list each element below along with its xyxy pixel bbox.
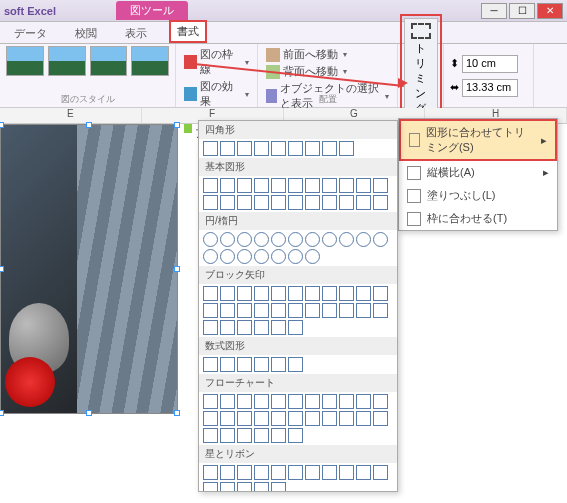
shape-option[interactable] xyxy=(203,465,218,480)
shape-option[interactable] xyxy=(305,178,320,193)
shape-option[interactable] xyxy=(339,178,354,193)
shape-option[interactable] xyxy=(288,178,303,193)
shape-option[interactable] xyxy=(220,428,235,443)
shape-option[interactable] xyxy=(220,303,235,318)
shape-option[interactable] xyxy=(237,394,252,409)
shape-option[interactable] xyxy=(237,249,252,264)
shape-option[interactable] xyxy=(254,465,269,480)
shape-option[interactable] xyxy=(339,232,354,247)
shape-option[interactable] xyxy=(220,320,235,335)
shape-option[interactable] xyxy=(373,303,388,318)
shape-option[interactable] xyxy=(254,232,269,247)
shape-option[interactable] xyxy=(356,286,371,301)
shape-option[interactable] xyxy=(373,232,388,247)
shape-option[interactable] xyxy=(203,411,218,426)
shape-option[interactable] xyxy=(339,465,354,480)
shape-option[interactable] xyxy=(339,411,354,426)
shape-option[interactable] xyxy=(237,320,252,335)
shape-option[interactable] xyxy=(339,394,354,409)
shape-option[interactable] xyxy=(220,141,235,156)
shape-option[interactable] xyxy=(322,394,337,409)
shape-option[interactable] xyxy=(356,232,371,247)
width-input[interactable]: 13.33 cm xyxy=(462,79,518,97)
shape-option[interactable] xyxy=(288,320,303,335)
shape-option[interactable] xyxy=(220,482,235,492)
shape-option[interactable] xyxy=(254,178,269,193)
shape-option[interactable] xyxy=(356,465,371,480)
shape-option[interactable] xyxy=(203,286,218,301)
shape-option[interactable] xyxy=(254,286,269,301)
shape-option[interactable] xyxy=(305,465,320,480)
shape-option[interactable] xyxy=(254,394,269,409)
shape-option[interactable] xyxy=(322,141,337,156)
shape-option[interactable] xyxy=(271,303,286,318)
shape-option[interactable] xyxy=(237,141,252,156)
shape-option[interactable] xyxy=(237,286,252,301)
shape-option[interactable] xyxy=(237,357,252,372)
shape-option[interactable] xyxy=(271,232,286,247)
shape-option[interactable] xyxy=(288,303,303,318)
shape-option[interactable] xyxy=(305,195,320,210)
minimize-button[interactable]: ─ xyxy=(481,3,507,19)
shape-option[interactable] xyxy=(237,411,252,426)
shape-option[interactable] xyxy=(322,411,337,426)
shape-option[interactable] xyxy=(356,195,371,210)
tab-format[interactable]: 書式 xyxy=(169,20,207,43)
shape-option[interactable] xyxy=(288,286,303,301)
shape-option[interactable] xyxy=(271,141,286,156)
maximize-button[interactable]: ☐ xyxy=(509,3,535,19)
shape-option[interactable] xyxy=(373,195,388,210)
shape-option[interactable] xyxy=(305,286,320,301)
shape-option[interactable] xyxy=(373,286,388,301)
tab-view[interactable]: 表示 xyxy=(119,24,153,43)
picture-effects-button[interactable]: 図の効果▾ xyxy=(182,78,251,110)
shape-option[interactable] xyxy=(322,195,337,210)
shape-option[interactable] xyxy=(271,411,286,426)
shape-option[interactable] xyxy=(339,303,354,318)
shape-option[interactable] xyxy=(254,357,269,372)
shape-option[interactable] xyxy=(322,232,337,247)
tab-review[interactable]: 校閲 xyxy=(69,24,103,43)
shape-option[interactable] xyxy=(356,303,371,318)
shape-option[interactable] xyxy=(203,178,218,193)
shape-option[interactable] xyxy=(339,195,354,210)
shape-option[interactable] xyxy=(271,320,286,335)
shape-option[interactable] xyxy=(254,428,269,443)
menu-fill[interactable]: 塗りつぶし(L) xyxy=(399,184,557,207)
close-button[interactable]: ✕ xyxy=(537,3,563,19)
shape-option[interactable] xyxy=(254,482,269,492)
menu-aspect-ratio[interactable]: 縦横比(A)▸ xyxy=(399,161,557,184)
shape-option[interactable] xyxy=(305,303,320,318)
shape-option[interactable] xyxy=(373,411,388,426)
shape-option[interactable] xyxy=(271,195,286,210)
shape-option[interactable] xyxy=(237,482,252,492)
shape-option[interactable] xyxy=(288,411,303,426)
shape-option[interactable] xyxy=(271,482,286,492)
shape-option[interactable] xyxy=(271,286,286,301)
style-thumb[interactable] xyxy=(90,46,128,76)
shape-option[interactable] xyxy=(203,482,218,492)
shape-option[interactable] xyxy=(203,357,218,372)
menu-fit[interactable]: 枠に合わせる(T) xyxy=(399,207,557,230)
shape-option[interactable] xyxy=(237,303,252,318)
shape-option[interactable] xyxy=(220,286,235,301)
shape-option[interactable] xyxy=(220,357,235,372)
shape-option[interactable] xyxy=(203,320,218,335)
menu-fit-to-shape[interactable]: 図形に合わせてトリミング(S)▸ xyxy=(399,119,557,161)
shape-option[interactable] xyxy=(339,141,354,156)
shape-option[interactable] xyxy=(254,320,269,335)
shape-option[interactable] xyxy=(237,428,252,443)
height-input[interactable]: 10 cm xyxy=(462,55,518,73)
shape-option[interactable] xyxy=(356,411,371,426)
shape-option[interactable] xyxy=(237,232,252,247)
shape-option[interactable] xyxy=(237,465,252,480)
shape-option[interactable] xyxy=(203,195,218,210)
shape-option[interactable] xyxy=(220,411,235,426)
shape-option[interactable] xyxy=(254,141,269,156)
selected-picture[interactable] xyxy=(0,124,178,414)
shape-option[interactable] xyxy=(271,428,286,443)
shape-option[interactable] xyxy=(271,249,286,264)
style-thumb[interactable] xyxy=(48,46,86,76)
shape-option[interactable] xyxy=(271,394,286,409)
shape-option[interactable] xyxy=(288,394,303,409)
